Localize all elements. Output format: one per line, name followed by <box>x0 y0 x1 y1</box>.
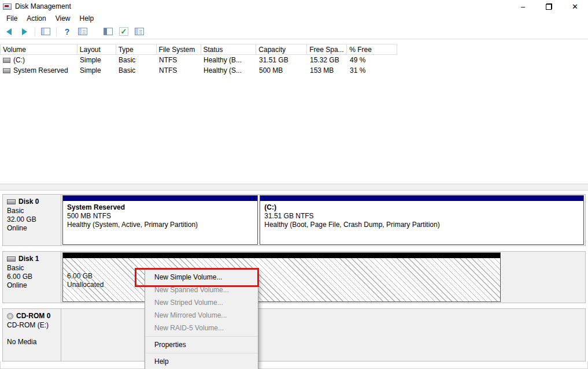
column-header-pct-free[interactable]: % Free <box>347 44 397 54</box>
toolbar: ? ✓ <box>0 24 588 39</box>
disk0-size: 32.00 GB <box>7 215 57 224</box>
disk1-graphic: 6.00 GB Unallocated <box>61 252 585 303</box>
menu-item-new-simple-volume[interactable]: New Simple Volume... <box>145 271 258 284</box>
menu-item-properties[interactable]: Properties <box>145 338 258 351</box>
export-list-icon <box>78 28 87 35</box>
cdrom-label[interactable]: CD-ROM 0 CD-ROM (E:) No Media <box>3 309 61 361</box>
cell-status: Healthy (B... <box>201 56 256 64</box>
cell-status: Healthy (S... <box>201 66 256 74</box>
back-icon <box>6 28 12 35</box>
unallocated-space[interactable]: 6.00 GB Unallocated <box>62 252 501 302</box>
disk0-type: Basic <box>7 207 57 215</box>
cell-free-space: 153 MB <box>307 66 347 74</box>
minimize-button[interactable]: – <box>510 0 536 13</box>
partition-status: Healthy (Boot, Page File, Crash Dump, Pr… <box>264 221 579 229</box>
context-menu: New Simple Volume... New Spanned Volume.… <box>145 269 258 369</box>
unallocated-label: Unallocated <box>67 281 496 289</box>
pane-splitter[interactable] <box>0 184 588 191</box>
graphical-view-pane: Disk 0 Basic 32.00 GB Online System Rese… <box>0 191 588 361</box>
help-button[interactable]: ? <box>61 26 73 38</box>
menu-separator <box>146 353 257 353</box>
disk1-row: Disk 1 Basic 6.00 GB Online 6.00 GB Unal… <box>2 251 586 303</box>
cell-type: Basic <box>116 66 156 74</box>
restore-icon <box>546 3 552 10</box>
action-pane-button[interactable] <box>102 26 114 38</box>
menu-help[interactable]: Help <box>75 13 99 24</box>
checkmark-document-icon: ✓ <box>119 27 128 36</box>
partition-system-reserved[interactable]: System Reserved 500 MB NTFS Healthy (Sys… <box>62 195 258 245</box>
column-header-status[interactable]: Status <box>201 44 257 54</box>
restore-button[interactable] <box>536 0 562 13</box>
unallocated-size: 6.00 GB <box>67 272 496 281</box>
menu-bar: File Action View Help <box>0 13 588 24</box>
help-icon: ? <box>65 27 70 36</box>
cell-volume: (C:) <box>0 56 77 64</box>
cell-layout: Simple <box>77 56 116 64</box>
menu-item-help[interactable]: Help <box>145 355 258 368</box>
disk1-type: Basic <box>7 264 57 273</box>
window-title: Disk Management <box>15 2 71 10</box>
partition-size: 500 MB NTFS <box>67 212 253 221</box>
unallocated-stripe <box>63 253 500 258</box>
window-controls: – ✕ <box>510 0 588 13</box>
menu-item-new-striped-volume: New Striped Volume... <box>145 296 258 309</box>
partition-title: System Reserved <box>67 203 253 212</box>
checkmark-button[interactable]: ✓ <box>118 26 130 38</box>
menu-action[interactable]: Action <box>22 13 50 24</box>
toolbar-separator <box>56 27 57 36</box>
column-header-file-system[interactable]: File System <box>157 44 201 54</box>
disk0-status: Online <box>7 224 57 233</box>
column-header-layout[interactable]: Layout <box>77 44 116 54</box>
cdrom-status: No Media <box>7 338 57 346</box>
disk0-row: Disk 0 Basic 32.00 GB Online System Rese… <box>2 194 586 246</box>
disk1-size: 6.00 GB <box>7 273 57 281</box>
cell-capacity: 31.51 GB <box>256 56 307 64</box>
cdrom-name: CD-ROM 0 <box>16 312 50 320</box>
app-icon <box>3 3 12 10</box>
cd-icon <box>7 313 13 319</box>
partition-title: (C:) <box>264 203 579 212</box>
table-row-system-reserved[interactable]: System Reserved Simple Basic NTFS Health… <box>0 65 588 76</box>
cell-pct-free: 31 % <box>347 66 397 74</box>
drive-icon <box>3 68 10 73</box>
cell-layout: Simple <box>77 66 116 74</box>
disk1-name: Disk 1 <box>19 255 39 263</box>
back-button[interactable] <box>3 26 14 38</box>
menu-view[interactable]: View <box>51 13 75 24</box>
volume-list-pane: Volume Layout Type File System Status Ca… <box>0 39 588 184</box>
disk1-status: Online <box>7 281 57 290</box>
menu-item-new-mirrored-volume: New Mirrored Volume... <box>145 309 258 322</box>
cdrom-row: CD-ROM 0 CD-ROM (E:) No Media <box>2 308 586 361</box>
disk-management-window: Disk Management – ✕ File Action View Hel… <box>0 0 588 369</box>
details-pane-button[interactable] <box>134 26 145 38</box>
cell-capacity: 500 MB <box>256 66 307 74</box>
table-row-volume-c[interactable]: (C:) Simple Basic NTFS Healthy (B... 31.… <box>0 55 588 65</box>
column-header-type[interactable]: Type <box>116 44 157 54</box>
disk0-label[interactable]: Disk 0 Basic 32.00 GB Online <box>3 195 61 245</box>
cell-volume: System Reserved <box>0 66 77 74</box>
menu-file[interactable]: File <box>2 13 22 24</box>
partition-c[interactable]: (C:) 31.51 GB NTFS Healthy (Boot, Page F… <box>260 195 584 245</box>
cell-file-system: NTFS <box>156 56 201 64</box>
column-header-volume[interactable]: Volume <box>1 44 77 54</box>
toolbar-separator <box>35 27 35 36</box>
volume-table-header: Volume Layout Type File System Status Ca… <box>0 44 397 55</box>
cell-free-space: 15.32 GB <box>307 56 347 64</box>
disk-icon <box>7 256 16 262</box>
column-header-free-space[interactable]: Free Spa... <box>307 44 347 54</box>
disk1-label[interactable]: Disk 1 Basic 6.00 GB Online <box>3 252 61 303</box>
column-header-capacity[interactable]: Capacity <box>256 44 307 54</box>
disk0-graphic: System Reserved 500 MB NTFS Healthy (Sys… <box>61 195 585 245</box>
forward-button[interactable] <box>19 26 30 38</box>
close-icon: ✕ <box>572 2 578 11</box>
cell-pct-free: 49 % <box>347 56 397 64</box>
show-hide-console-tree-button[interactable] <box>40 26 51 38</box>
export-list-button[interactable] <box>77 26 88 38</box>
primary-partition-stripe <box>63 196 257 201</box>
forward-icon <box>22 28 27 35</box>
minimize-icon: – <box>521 2 525 11</box>
cdrom-graphic <box>61 309 585 361</box>
close-button[interactable]: ✕ <box>562 0 588 13</box>
disk0-name: Disk 0 <box>19 197 39 206</box>
menu-item-new-spanned-volume: New Spanned Volume... <box>145 284 258 296</box>
